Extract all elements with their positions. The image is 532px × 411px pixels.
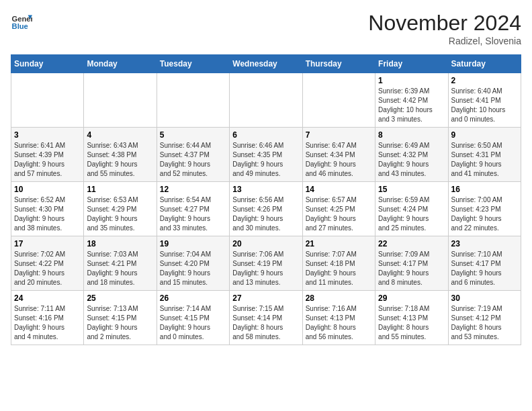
day-number: 17 [14,239,81,248]
day-info: Sunrise: 7:00 AMSunset: 4:23 PMDaylight:… [451,195,518,233]
calendar-cell: 17Sunrise: 7:02 AMSunset: 4:22 PMDayligh… [11,236,84,291]
day-info: Sunrise: 6:54 AMSunset: 4:27 PMDaylight:… [160,195,226,233]
day-number: 1 [378,76,445,85]
calendar-cell: 5Sunrise: 6:44 AMSunset: 4:37 PMDaylight… [157,128,229,182]
calendar-cell: 2Sunrise: 6:40 AMSunset: 4:41 PMDaylight… [448,73,521,128]
calendar-cell: 8Sunrise: 6:49 AMSunset: 4:32 PMDaylight… [375,128,448,182]
calendar-cell: 13Sunrise: 6:56 AMSunset: 4:26 PMDayligh… [230,182,302,236]
calendar-cell: 22Sunrise: 7:09 AMSunset: 4:17 PMDayligh… [375,236,448,291]
day-number: 25 [87,293,153,303]
day-number: 24 [14,293,81,303]
calendar-cell [302,73,375,128]
logo: General Blue [11,11,32,32]
calendar-cell: 21Sunrise: 7:07 AMSunset: 4:18 PMDayligh… [302,236,375,291]
calendar-cell: 26Sunrise: 7:14 AMSunset: 4:15 PMDayligh… [157,291,229,345]
day-info: Sunrise: 6:53 AMSunset: 4:29 PMDaylight:… [87,195,153,233]
day-info: Sunrise: 6:44 AMSunset: 4:37 PMDaylight:… [160,141,226,179]
calendar-cell [11,73,84,128]
day-number: 8 [378,130,445,140]
day-header-wednesday: Wednesday [230,55,302,73]
calendar-cell: 19Sunrise: 7:04 AMSunset: 4:20 PMDayligh… [157,236,229,291]
logo-icon: General Blue [11,11,32,32]
calendar-cell: 12Sunrise: 6:54 AMSunset: 4:27 PMDayligh… [157,182,229,236]
day-number: 22 [378,239,445,248]
day-info: Sunrise: 7:02 AMSunset: 4:22 PMDaylight:… [14,250,81,287]
day-info: Sunrise: 7:10 AMSunset: 4:17 PMDaylight:… [451,250,518,287]
day-info: Sunrise: 6:40 AMSunset: 4:41 PMDaylight:… [451,87,518,124]
day-number: 10 [14,185,81,194]
calendar-cell: 27Sunrise: 7:15 AMSunset: 4:14 PMDayligh… [230,291,302,345]
month-title: November 2024 [368,11,521,36]
day-info: Sunrise: 7:18 AMSunset: 4:13 PMDaylight:… [378,304,445,342]
calendar-table: SundayMondayTuesdayWednesdayThursdayFrid… [11,54,521,345]
title-block: November 2024 Radizel, Slovenia [368,11,521,46]
calendar-cell: 28Sunrise: 7:16 AMSunset: 4:13 PMDayligh… [302,291,375,345]
day-info: Sunrise: 7:09 AMSunset: 4:17 PMDaylight:… [378,250,445,287]
day-number: 27 [232,293,299,303]
week-row-2: 3Sunrise: 6:41 AMSunset: 4:39 PMDaylight… [11,128,521,182]
day-number: 14 [306,185,372,194]
calendar-cell: 20Sunrise: 7:06 AMSunset: 4:19 PMDayligh… [230,236,302,291]
day-number: 21 [306,239,372,248]
page-header: General Blue November 2024 Radizel, Slov… [11,11,521,46]
day-info: Sunrise: 7:19 AMSunset: 4:12 PMDaylight:… [451,304,518,342]
day-number: 13 [232,185,299,194]
day-info: Sunrise: 7:03 AMSunset: 4:21 PMDaylight:… [87,250,153,287]
day-number: 20 [232,239,299,248]
calendar-cell: 14Sunrise: 6:57 AMSunset: 4:25 PMDayligh… [302,182,375,236]
week-row-4: 17Sunrise: 7:02 AMSunset: 4:22 PMDayligh… [11,236,521,291]
day-header-monday: Monday [84,55,157,73]
day-info: Sunrise: 6:52 AMSunset: 4:30 PMDaylight:… [14,195,81,233]
calendar-cell: 3Sunrise: 6:41 AMSunset: 4:39 PMDaylight… [11,128,84,182]
calendar-cell: 30Sunrise: 7:19 AMSunset: 4:12 PMDayligh… [448,291,521,345]
day-info: Sunrise: 6:41 AMSunset: 4:39 PMDaylight:… [14,141,81,179]
day-info: Sunrise: 7:04 AMSunset: 4:20 PMDaylight:… [160,250,226,287]
calendar-cell: 18Sunrise: 7:03 AMSunset: 4:21 PMDayligh… [84,236,157,291]
calendar-cell [84,73,157,128]
day-number: 16 [451,185,518,194]
day-number: 18 [87,239,153,248]
day-header-sunday: Sunday [11,55,84,73]
day-number: 4 [87,130,153,140]
calendar-cell: 25Sunrise: 7:13 AMSunset: 4:15 PMDayligh… [84,291,157,345]
day-number: 3 [14,130,81,140]
svg-text:Blue: Blue [12,22,28,30]
calendar-cell: 29Sunrise: 7:18 AMSunset: 4:13 PMDayligh… [375,291,448,345]
day-header-thursday: Thursday [302,55,375,73]
day-info: Sunrise: 6:50 AMSunset: 4:31 PMDaylight:… [451,141,518,179]
calendar-cell: 15Sunrise: 6:59 AMSunset: 4:24 PMDayligh… [375,182,448,236]
calendar-cell: 23Sunrise: 7:10 AMSunset: 4:17 PMDayligh… [448,236,521,291]
calendar-cell: 4Sunrise: 6:43 AMSunset: 4:38 PMDaylight… [84,128,157,182]
day-number: 26 [160,293,226,303]
week-row-5: 24Sunrise: 7:11 AMSunset: 4:16 PMDayligh… [11,291,521,345]
day-number: 30 [451,293,518,303]
day-info: Sunrise: 7:15 AMSunset: 4:14 PMDaylight:… [232,304,299,342]
day-number: 2 [451,76,518,85]
calendar-cell: 16Sunrise: 7:00 AMSunset: 4:23 PMDayligh… [448,182,521,236]
day-number: 9 [451,130,518,140]
day-info: Sunrise: 7:13 AMSunset: 4:15 PMDaylight:… [87,304,153,342]
week-row-3: 10Sunrise: 6:52 AMSunset: 4:30 PMDayligh… [11,182,521,236]
location-label: Radizel, Slovenia [368,36,521,46]
day-info: Sunrise: 6:47 AMSunset: 4:34 PMDaylight:… [306,141,372,179]
day-info: Sunrise: 7:16 AMSunset: 4:13 PMDaylight:… [306,304,372,342]
calendar-cell: 1Sunrise: 6:39 AMSunset: 4:42 PMDaylight… [375,73,448,128]
calendar-cell: 9Sunrise: 6:50 AMSunset: 4:31 PMDaylight… [448,128,521,182]
calendar-cell: 24Sunrise: 7:11 AMSunset: 4:16 PMDayligh… [11,291,84,345]
day-number: 7 [306,130,372,140]
day-header-friday: Friday [375,55,448,73]
day-number: 5 [160,130,226,140]
calendar-body: 1Sunrise: 6:39 AMSunset: 4:42 PMDaylight… [11,73,521,345]
day-info: Sunrise: 6:59 AMSunset: 4:24 PMDaylight:… [378,195,445,233]
day-header-tuesday: Tuesday [157,55,229,73]
day-info: Sunrise: 7:06 AMSunset: 4:19 PMDaylight:… [232,250,299,287]
day-info: Sunrise: 6:57 AMSunset: 4:25 PMDaylight:… [306,195,372,233]
day-info: Sunrise: 6:46 AMSunset: 4:35 PMDaylight:… [232,141,299,179]
calendar-cell: 11Sunrise: 6:53 AMSunset: 4:29 PMDayligh… [84,182,157,236]
day-number: 12 [160,185,226,194]
day-number: 15 [378,185,445,194]
calendar-cell: 10Sunrise: 6:52 AMSunset: 4:30 PMDayligh… [11,182,84,236]
day-header-saturday: Saturday [448,55,521,73]
day-number: 19 [160,239,226,248]
day-info: Sunrise: 7:11 AMSunset: 4:16 PMDaylight:… [14,304,81,342]
